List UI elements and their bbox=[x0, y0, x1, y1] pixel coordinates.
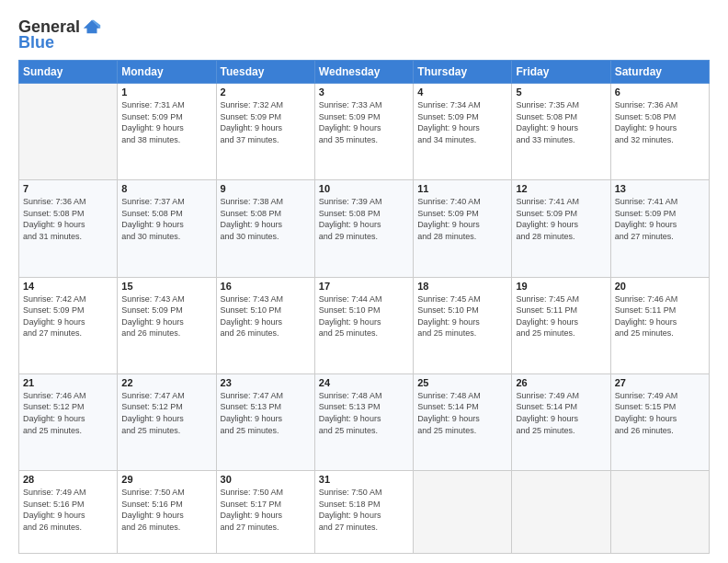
day-number: 15 bbox=[121, 281, 211, 292]
col-header-tuesday: Tuesday bbox=[216, 61, 314, 84]
day-number: 18 bbox=[417, 281, 507, 292]
calendar-cell bbox=[414, 471, 512, 554]
calendar-cell: 24Sunrise: 7:48 AM Sunset: 5:13 PM Dayli… bbox=[314, 373, 413, 470]
day-number: 13 bbox=[615, 183, 705, 194]
col-header-wednesday: Wednesday bbox=[314, 61, 413, 84]
day-info: Sunrise: 7:49 AM Sunset: 5:14 PM Dayligh… bbox=[516, 390, 606, 436]
day-info: Sunrise: 7:36 AM Sunset: 5:08 PM Dayligh… bbox=[615, 99, 705, 145]
day-number: 25 bbox=[417, 377, 507, 388]
day-info: Sunrise: 7:45 AM Sunset: 5:10 PM Dayligh… bbox=[417, 293, 507, 339]
day-number: 22 bbox=[121, 377, 211, 388]
logo: General Blue bbox=[18, 17, 102, 52]
day-info: Sunrise: 7:50 AM Sunset: 5:17 PM Dayligh… bbox=[221, 487, 311, 533]
day-info: Sunrise: 7:50 AM Sunset: 5:16 PM Dayligh… bbox=[121, 487, 211, 533]
page: General Blue SundayMondayTuesdayWednesda… bbox=[0, 0, 728, 563]
day-info: Sunrise: 7:43 AM Sunset: 5:10 PM Dayligh… bbox=[221, 293, 311, 339]
day-number: 21 bbox=[23, 377, 113, 388]
col-header-sunday: Sunday bbox=[19, 61, 118, 84]
col-header-saturday: Saturday bbox=[610, 61, 709, 84]
calendar-week-4: 21Sunrise: 7:46 AM Sunset: 5:12 PM Dayli… bbox=[19, 373, 710, 470]
calendar-header-row: SundayMondayTuesdayWednesdayThursdayFrid… bbox=[19, 61, 710, 84]
day-info: Sunrise: 7:50 AM Sunset: 5:18 PM Dayligh… bbox=[319, 487, 409, 533]
day-info: Sunrise: 7:40 AM Sunset: 5:09 PM Dayligh… bbox=[417, 196, 507, 242]
calendar-cell: 26Sunrise: 7:49 AM Sunset: 5:14 PM Dayli… bbox=[512, 373, 610, 470]
day-number: 14 bbox=[23, 281, 113, 292]
day-info: Sunrise: 7:36 AM Sunset: 5:08 PM Dayligh… bbox=[23, 196, 113, 242]
day-number: 9 bbox=[221, 183, 311, 194]
day-number: 20 bbox=[615, 281, 705, 292]
calendar-cell: 23Sunrise: 7:47 AM Sunset: 5:13 PM Dayli… bbox=[216, 373, 314, 470]
col-header-monday: Monday bbox=[118, 61, 216, 84]
calendar-cell: 4Sunrise: 7:34 AM Sunset: 5:09 PM Daylig… bbox=[414, 84, 512, 180]
calendar-week-3: 14Sunrise: 7:42 AM Sunset: 5:09 PM Dayli… bbox=[19, 277, 710, 373]
day-number: 7 bbox=[23, 183, 113, 194]
day-info: Sunrise: 7:48 AM Sunset: 5:13 PM Dayligh… bbox=[319, 390, 409, 436]
day-number: 11 bbox=[417, 183, 507, 194]
day-info: Sunrise: 7:37 AM Sunset: 5:08 PM Dayligh… bbox=[121, 196, 211, 242]
day-number: 19 bbox=[516, 281, 606, 292]
day-number: 26 bbox=[516, 377, 606, 388]
day-number: 4 bbox=[417, 86, 507, 98]
calendar-cell: 14Sunrise: 7:42 AM Sunset: 5:09 PM Dayli… bbox=[19, 277, 118, 373]
day-info: Sunrise: 7:41 AM Sunset: 5:09 PM Dayligh… bbox=[516, 196, 606, 242]
calendar-cell: 12Sunrise: 7:41 AM Sunset: 5:09 PM Dayli… bbox=[512, 180, 610, 277]
day-info: Sunrise: 7:39 AM Sunset: 5:08 PM Dayligh… bbox=[319, 196, 409, 242]
day-number: 27 bbox=[615, 377, 705, 388]
calendar-cell: 6Sunrise: 7:36 AM Sunset: 5:08 PM Daylig… bbox=[610, 84, 709, 180]
day-number: 8 bbox=[121, 183, 211, 194]
calendar-cell: 22Sunrise: 7:47 AM Sunset: 5:12 PM Dayli… bbox=[118, 373, 216, 470]
calendar-cell: 5Sunrise: 7:35 AM Sunset: 5:08 PM Daylig… bbox=[512, 84, 610, 180]
day-info: Sunrise: 7:47 AM Sunset: 5:12 PM Dayligh… bbox=[121, 390, 211, 436]
calendar-cell: 25Sunrise: 7:48 AM Sunset: 5:14 PM Dayli… bbox=[414, 373, 512, 470]
day-number: 6 bbox=[615, 86, 705, 98]
calendar-week-2: 7Sunrise: 7:36 AM Sunset: 5:08 PM Daylig… bbox=[19, 180, 710, 277]
calendar-cell: 19Sunrise: 7:45 AM Sunset: 5:11 PM Dayli… bbox=[512, 277, 610, 373]
calendar-cell: 21Sunrise: 7:46 AM Sunset: 5:12 PM Dayli… bbox=[19, 373, 118, 470]
calendar-cell: 8Sunrise: 7:37 AM Sunset: 5:08 PM Daylig… bbox=[118, 180, 216, 277]
day-info: Sunrise: 7:49 AM Sunset: 5:16 PM Dayligh… bbox=[23, 487, 113, 533]
calendar-cell: 16Sunrise: 7:43 AM Sunset: 5:10 PM Dayli… bbox=[216, 277, 314, 373]
day-info: Sunrise: 7:45 AM Sunset: 5:11 PM Dayligh… bbox=[516, 293, 606, 339]
calendar-cell: 1Sunrise: 7:31 AM Sunset: 5:09 PM Daylig… bbox=[118, 84, 216, 180]
calendar-cell: 20Sunrise: 7:46 AM Sunset: 5:11 PM Dayli… bbox=[610, 277, 709, 373]
day-info: Sunrise: 7:32 AM Sunset: 5:09 PM Dayligh… bbox=[221, 99, 311, 145]
calendar-week-5: 28Sunrise: 7:49 AM Sunset: 5:16 PM Dayli… bbox=[19, 471, 710, 554]
calendar-cell: 9Sunrise: 7:38 AM Sunset: 5:08 PM Daylig… bbox=[216, 180, 314, 277]
calendar-cell: 18Sunrise: 7:45 AM Sunset: 5:10 PM Dayli… bbox=[414, 277, 512, 373]
day-number: 29 bbox=[121, 474, 211, 485]
header: General Blue bbox=[18, 17, 710, 52]
day-number: 28 bbox=[23, 474, 113, 485]
day-number: 2 bbox=[221, 86, 311, 98]
day-info: Sunrise: 7:48 AM Sunset: 5:14 PM Dayligh… bbox=[417, 390, 507, 436]
day-info: Sunrise: 7:33 AM Sunset: 5:09 PM Dayligh… bbox=[319, 99, 409, 145]
day-number: 16 bbox=[221, 281, 311, 292]
day-number: 30 bbox=[221, 474, 311, 485]
day-number: 17 bbox=[319, 281, 409, 292]
day-info: Sunrise: 7:49 AM Sunset: 5:15 PM Dayligh… bbox=[615, 390, 705, 436]
calendar-week-1: 1Sunrise: 7:31 AM Sunset: 5:09 PM Daylig… bbox=[19, 84, 710, 180]
calendar-cell: 13Sunrise: 7:41 AM Sunset: 5:09 PM Dayli… bbox=[610, 180, 709, 277]
day-info: Sunrise: 7:41 AM Sunset: 5:09 PM Dayligh… bbox=[615, 196, 705, 242]
logo-icon bbox=[82, 17, 102, 37]
day-number: 10 bbox=[319, 183, 409, 194]
calendar-table: SundayMondayTuesdayWednesdayThursdayFrid… bbox=[18, 60, 710, 554]
calendar-cell: 17Sunrise: 7:44 AM Sunset: 5:10 PM Dayli… bbox=[314, 277, 413, 373]
day-number: 3 bbox=[319, 86, 409, 98]
day-info: Sunrise: 7:46 AM Sunset: 5:11 PM Dayligh… bbox=[615, 293, 705, 339]
day-number: 1 bbox=[121, 86, 211, 98]
calendar-cell: 29Sunrise: 7:50 AM Sunset: 5:16 PM Dayli… bbox=[118, 471, 216, 554]
calendar-cell: 7Sunrise: 7:36 AM Sunset: 5:08 PM Daylig… bbox=[19, 180, 118, 277]
calendar-cell: 10Sunrise: 7:39 AM Sunset: 5:08 PM Dayli… bbox=[314, 180, 413, 277]
day-info: Sunrise: 7:43 AM Sunset: 5:09 PM Dayligh… bbox=[121, 293, 211, 339]
calendar-cell: 2Sunrise: 7:32 AM Sunset: 5:09 PM Daylig… bbox=[216, 84, 314, 180]
day-number: 24 bbox=[319, 377, 409, 388]
calendar-cell bbox=[512, 471, 610, 554]
calendar-cell bbox=[19, 84, 118, 180]
calendar-cell: 27Sunrise: 7:49 AM Sunset: 5:15 PM Dayli… bbox=[610, 373, 709, 470]
calendar-cell: 30Sunrise: 7:50 AM Sunset: 5:17 PM Dayli… bbox=[216, 471, 314, 554]
day-info: Sunrise: 7:42 AM Sunset: 5:09 PM Dayligh… bbox=[23, 293, 113, 339]
col-header-thursday: Thursday bbox=[414, 61, 512, 84]
calendar-cell: 11Sunrise: 7:40 AM Sunset: 5:09 PM Dayli… bbox=[414, 180, 512, 277]
calendar-cell bbox=[610, 471, 709, 554]
day-info: Sunrise: 7:35 AM Sunset: 5:08 PM Dayligh… bbox=[516, 99, 606, 145]
